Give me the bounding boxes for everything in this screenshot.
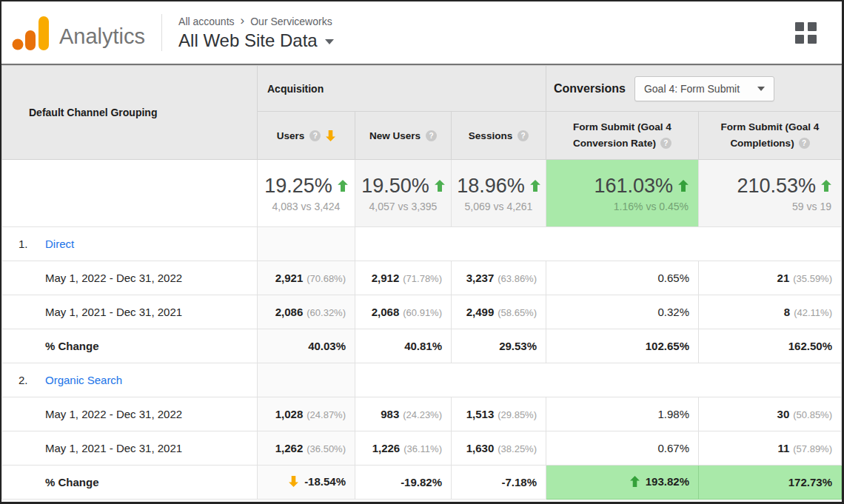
arrow-up-icon — [678, 180, 689, 192]
dimension-header: Default Channel Grouping — [2, 66, 258, 160]
sessions-value-cell: 1,513(29.85%) — [452, 397, 546, 431]
completions-value-cell: 30(50.85%) — [699, 397, 842, 431]
column-header-users[interactable]: Users ? — [258, 112, 355, 160]
completions-label-line1: Form Submit (Goal 4 — [721, 120, 820, 135]
goal-selector-value: Goal 4: Form Submit — [644, 83, 740, 95]
arrow-up-icon — [821, 180, 831, 192]
date-range-row: May 1, 2021 - Dec 31, 2021 2,086(60.32%)… — [2, 295, 842, 329]
date-range-row: May 1, 2021 - Dec 31, 2021 1,262(36.50%)… — [2, 431, 842, 466]
conversions-label: Conversions — [554, 82, 626, 95]
breadcrumb-account[interactable]: Our Serviceworks — [250, 16, 332, 27]
channel-link-organic-search[interactable]: Organic Search — [45, 374, 122, 386]
date-range-row: May 1, 2022 - Dec 31, 2022 1,028(24.87%)… — [2, 397, 842, 431]
percent-change-label-cell: % Change — [2, 329, 258, 363]
summary-users: 19.25% 4,083 vs 3,424 — [258, 160, 355, 227]
column-header-completions[interactable]: Form Submit (Goal 4 Completions) ? — [699, 112, 842, 160]
arrow-up-icon — [630, 476, 640, 487]
percent-change-row: % Change 40.03% 40.81% 29.53% 102.65% 16… — [2, 329, 842, 363]
help-icon[interactable]: ? — [660, 138, 671, 149]
date-range-row: May 1, 2022 - Dec 31, 2022 2,921(70.68%)… — [2, 261, 842, 295]
chevron-down-icon — [757, 87, 765, 91]
users-value-cell: 2,086(60.32%) — [258, 295, 355, 329]
sessions-value-cell: 2,499(58.65%) — [452, 295, 546, 329]
channel-row: 2. Organic Search — [2, 363, 842, 397]
sessions-change-cell: -7.18% — [452, 466, 546, 500]
account-context: All accounts › Our Serviceworks All Web … — [178, 14, 334, 51]
column-header-new-users[interactable]: New Users ? — [355, 112, 452, 160]
goal-selector-dropdown[interactable]: Goal 4: Form Submit — [634, 76, 774, 101]
help-icon[interactable]: ? — [309, 130, 321, 141]
users-label: Users — [277, 130, 305, 141]
users-value-cell: 1,262(36.50%) — [258, 431, 355, 466]
users-change-cell: 40.03% — [258, 329, 355, 363]
comparison-table: Default Channel Grouping Acquisition Con… — [1, 65, 842, 500]
product-name: Analytics — [59, 26, 145, 50]
chevron-right-icon: › — [241, 14, 245, 28]
completions-value-cell: 21(35.59%) — [699, 261, 842, 295]
new-users-label: New Users — [369, 130, 421, 141]
property-selector[interactable]: All Web Site Data — [178, 30, 334, 51]
channel-cell: 2. Organic Search — [2, 363, 258, 397]
column-header-sessions[interactable]: Sessions ? — [452, 112, 546, 160]
arrow-down-icon — [289, 476, 298, 487]
users-value-cell: 2,921(70.68%) — [258, 261, 355, 295]
conversion-rate-value-cell: 1.98% — [546, 397, 699, 431]
app-bar: Analytics All accounts › Our Servicework… — [1, 1, 842, 65]
summary-new-users: 19.50% 4,057 vs 3,395 — [355, 160, 452, 227]
summary-row: 19.25% 4,083 vs 3,424 19.50% 4,057 vs 3,… — [2, 160, 842, 227]
arrow-up-icon — [435, 180, 445, 192]
completions-value-cell: 11(57.89%) — [699, 431, 842, 466]
completions-change-cell: 172.73% — [699, 466, 842, 500]
sessions-change-cell: 29.53% — [452, 329, 546, 363]
sort-descending-arrow-icon — [326, 130, 335, 141]
channel-row: 1. Direct — [2, 227, 842, 261]
conversion-rate-change-cell: 102.65% — [546, 329, 699, 363]
empty-cell — [355, 363, 842, 397]
users-change-cell: -18.54% — [258, 466, 355, 500]
summary-completions: 210.53% 59 vs 19 — [699, 160, 842, 227]
breadcrumb-all-accounts[interactable]: All accounts — [178, 16, 234, 27]
completions-label-line2: Completions) — [730, 136, 794, 151]
new-users-change-cell: 40.81% — [355, 329, 452, 363]
help-icon[interactable]: ? — [518, 130, 529, 141]
property-name: All Web Site Data — [178, 30, 318, 51]
row-index: 1. — [19, 238, 45, 250]
percent-change-label-cell: % Change — [2, 466, 258, 500]
new-users-value-cell: 983(24.23%) — [355, 397, 452, 431]
sessions-value-cell: 1,630(38.25%) — [452, 431, 546, 466]
arrow-up-icon — [530, 180, 540, 192]
new-users-change-cell: -19.82% — [355, 466, 452, 500]
google-analytics-logo[interactable]: Analytics — [12, 15, 145, 50]
help-icon[interactable]: ? — [799, 138, 810, 149]
arrow-up-icon — [338, 180, 348, 192]
channel-cell: 1. Direct — [2, 227, 258, 261]
breadcrumb: All accounts › Our Serviceworks — [178, 14, 334, 28]
new-users-value-cell: 2,068(60.91%) — [355, 295, 452, 329]
summary-conversion-rate: 161.03% 1.16% vs 0.45% — [546, 160, 699, 227]
chevron-down-icon — [325, 39, 334, 44]
conversion-rate-label-line1: Form Submit (Goal 4 — [573, 120, 671, 135]
apps-grid-icon[interactable] — [795, 22, 817, 44]
sessions-label: Sessions — [469, 130, 512, 141]
channel-link-direct[interactable]: Direct — [45, 238, 74, 250]
conversions-group-header: Conversions Goal 4: Form Submit — [546, 66, 842, 112]
analytics-window: Analytics All accounts › Our Servicework… — [0, 0, 844, 504]
conversion-rate-value-cell: 0.65% — [546, 261, 699, 295]
help-icon[interactable]: ? — [426, 130, 437, 141]
summary-sessions: 18.96% 5,069 vs 4,261 — [452, 160, 546, 227]
analytics-logo-icon — [12, 15, 49, 50]
new-users-value-cell: 1,226(36.11%) — [355, 431, 452, 466]
column-header-conversion-rate[interactable]: Form Submit (Goal 4 Conversion Rate) ? — [546, 112, 699, 160]
conversion-rate-value-cell: 0.67% — [546, 431, 699, 466]
percent-change-row: % Change -18.54% -19.82% -7.18% 193.82% … — [2, 466, 842, 500]
conversion-rate-change-cell: 193.82% — [546, 466, 699, 500]
date-range-cell: May 1, 2022 - Dec 31, 2022 — [2, 261, 258, 295]
header-divider — [161, 14, 162, 51]
empty-cell — [258, 363, 355, 397]
acquisition-group-header: Acquisition — [258, 66, 546, 112]
new-users-value-cell: 2,912(71.78%) — [355, 261, 452, 295]
conversion-rate-value-cell: 0.32% — [546, 295, 699, 329]
row-index: 2. — [19, 374, 45, 386]
sessions-value-cell: 3,237(63.86%) — [452, 261, 546, 295]
completions-change-cell: 162.50% — [699, 329, 842, 363]
